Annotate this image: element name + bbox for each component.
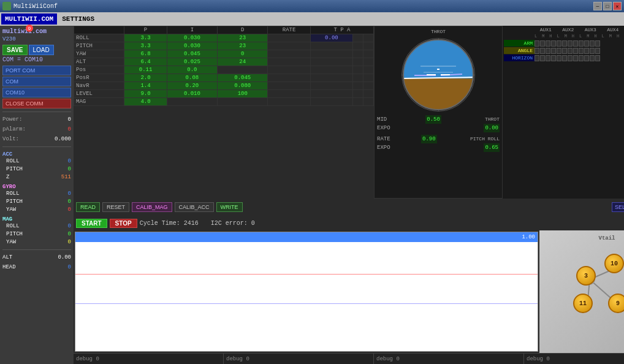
palarm-value: 0 (68, 125, 71, 134)
version-label: multiwii.com (2, 28, 71, 35)
power-value: 0 (68, 115, 71, 124)
expo-value: 0.00 (484, 124, 500, 132)
acc-z-label: Z (6, 173, 9, 181)
mag-roll-value: 0 (68, 222, 71, 230)
rate-expo-value: 0.65 (484, 143, 500, 152)
left-panel: multiwii.com V230 SAVE LOAD COM = COM10 … (0, 26, 74, 364)
window-controls: ─ □ ✕ (593, 2, 622, 10)
gyro-pitch-label: PITCH (6, 198, 23, 206)
debug-bar: debug 0 debug 0 debug 0 debug 0 (74, 353, 624, 364)
throttle-mid-label: THROT (375, 26, 502, 36)
table-row: MAG 4.0 (74, 98, 374, 106)
action-buttons-row: READ RESET CALIB_MAG CALIB_ACC WRITE SEL… (74, 199, 624, 216)
calib-acc-button[interactable]: CALIB_ACC (175, 202, 214, 212)
graph-top-bar: 1.00 (75, 232, 538, 242)
table-row: YAW 6.8 0.045 0 (74, 50, 374, 58)
aux-horizon-row: HORIZON (504, 55, 624, 61)
expo-label: EXPO (377, 124, 390, 132)
head-value: 0 (68, 263, 71, 271)
motor-3: 3 (576, 266, 596, 286)
mid-label: MID (377, 115, 387, 124)
com2-button[interactable]: COM (2, 77, 71, 86)
stop-button[interactable]: STOP (110, 219, 137, 228)
app-title: MultiWiiConf (13, 3, 58, 10)
aux-arm-label: ARM (504, 40, 535, 47)
graph-value: 1.00 (522, 234, 535, 240)
aux-channels: AUX1 AUX2 AUX3 AUX4 LMH LMH LMH LMH ARM (503, 26, 624, 199)
rate-expo-label: EXPO (377, 143, 390, 152)
aux3-header: AUX3 (579, 27, 602, 32)
gyro-roll-value: 0 (68, 190, 71, 198)
reset-button[interactable]: RESET (102, 202, 129, 212)
alt-label: ALT (2, 253, 12, 262)
motor-11: 11 (573, 294, 593, 313)
center-area: P I D RATE T P A ROLL 3.3 0.030 23 (74, 26, 624, 364)
select-setting-button[interactable]: SELECT SETTING 0 (612, 202, 624, 212)
aux-angle-label: ANGLE (504, 47, 535, 54)
write-button[interactable]: WRITE (216, 202, 243, 212)
start-button[interactable]: START (76, 219, 107, 228)
acc-label: ACC (2, 151, 71, 157)
volt-label: Volt: (2, 135, 19, 143)
throttle-mid-sublabel: THROT (485, 115, 500, 124)
mag-roll-label: ROLL (6, 222, 20, 230)
aux-angle-boxes (535, 48, 600, 54)
i2c-error: I2C error: 0 (211, 220, 255, 227)
acc-pitch-label: PITCH (6, 165, 23, 173)
maximize-button[interactable]: □ (603, 2, 612, 10)
close-comm-button[interactable]: CLOSE COMM (2, 99, 71, 108)
save-button[interactable]: SAVE (2, 45, 28, 55)
table-row: ALT 6.4 0.025 24 (74, 58, 374, 66)
title-bar: MultiWiiConf ─ □ ✕ (0, 0, 624, 12)
rate-value: 0.90 (421, 135, 437, 143)
aux-subheader: LMH LMH LMH LMH (504, 34, 624, 39)
aux-arm-boxes (535, 40, 600, 47)
alt-value: 0.00 (58, 253, 71, 262)
load-button[interactable]: LOAD (29, 45, 54, 55)
graph-vtail-area: 1.00 Vtail (74, 230, 624, 353)
table-row: ROLL 3.3 0.030 23 0.00 (74, 34, 374, 42)
close-button[interactable]: ✕ (613, 2, 622, 10)
pid-col-header-p: P (124, 26, 167, 34)
port-com-button[interactable]: PORT COM (2, 66, 71, 75)
mag-pitch-value: 0 (68, 230, 71, 238)
mag-yaw-value: 0 (68, 238, 71, 246)
attitude-svg (402, 39, 474, 111)
mag-yaw-label: YAW (6, 238, 16, 246)
aux4-header: AUX4 (602, 27, 625, 32)
debug-0: debug 0 (74, 354, 224, 364)
gyro-yaw-value: 0 (68, 206, 71, 214)
graph-area: 1.00 (75, 232, 538, 352)
pid-table: P I D RATE T P A ROLL 3.3 0.030 23 (74, 26, 374, 106)
app-icon (2, 2, 11, 10)
gyro-pitch-value: 0 (68, 198, 71, 206)
acc-roll-value: 0 (68, 157, 71, 165)
com-label: COM = COM10 (2, 56, 71, 63)
version-sub: V230 (2, 36, 71, 42)
acc-pitch-value: 0 (68, 165, 71, 173)
read-button[interactable]: READ (76, 202, 100, 212)
menu-bar: MULTIWII.COM SETTINGS 9 (0, 12, 624, 26)
mid-value: 0.50 (425, 115, 441, 124)
debug-1: debug 0 (224, 354, 374, 364)
table-row: PosR 2.0 0.08 0.045 (74, 74, 374, 82)
head-label: HEAD (2, 263, 16, 271)
notification-badge: 9 (26, 25, 33, 32)
menu-multiwii[interactable]: MULTIWII.COM (1, 13, 57, 25)
pid-col-header-i: I (167, 26, 217, 34)
aux-horizon-boxes (535, 55, 600, 61)
rc-panel: THROT (374, 26, 503, 199)
menu-settings[interactable]: SETTINGS (58, 13, 98, 25)
gyro-yaw-label: YAW (6, 206, 16, 214)
mag-pitch-label: PITCH (6, 230, 23, 238)
com10-button[interactable]: COM10 (2, 88, 71, 97)
pid-col-header-tpa: T P A (310, 26, 373, 34)
mag-label: MAG (2, 216, 71, 222)
aux-angle-row: ANGLE (504, 47, 624, 54)
calib-mag-button[interactable]: CALIB_MAG (132, 202, 172, 212)
aux-horizon-label: HORIZON (504, 55, 535, 61)
pid-col-header-d: D (218, 26, 268, 34)
minimize-button[interactable]: ─ (593, 2, 602, 10)
motor-9: 9 (608, 294, 624, 313)
volt-value: 0.000 (55, 135, 71, 143)
